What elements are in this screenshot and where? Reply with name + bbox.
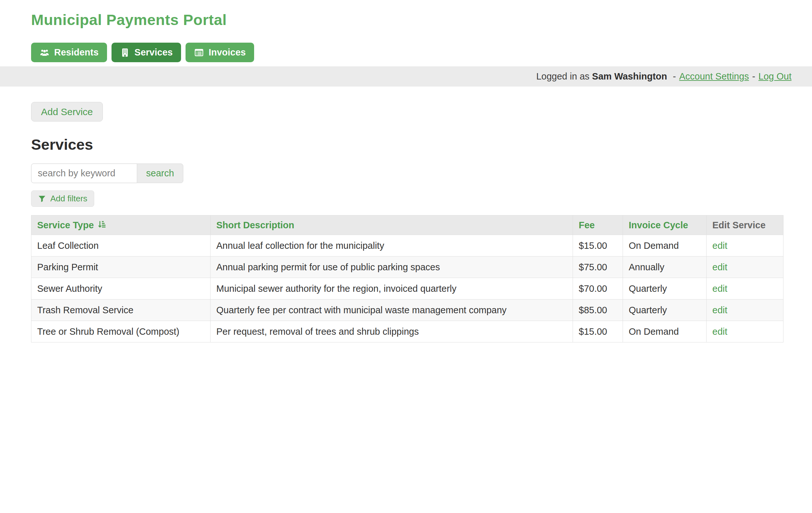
main-content: Add Service Services search Add filters … bbox=[0, 86, 812, 343]
app-title: Municipal Payments Portal bbox=[31, 11, 812, 29]
nav-tab-label: Residents bbox=[54, 47, 99, 58]
separator: - bbox=[673, 71, 676, 81]
invoice-cycle-cell: Annually bbox=[623, 256, 706, 278]
description-cell: Municipal sewer authority for the region… bbox=[210, 278, 573, 299]
column-header-edit-service: Edit Service bbox=[706, 215, 783, 235]
service-type-cell: Tree or Shrub Removal (Compost) bbox=[31, 321, 210, 343]
nav-tab-label: Services bbox=[135, 47, 173, 58]
column-header-service-type[interactable]: Service Type bbox=[37, 219, 107, 231]
session-text: Logged in as Sam Washington -Account Set… bbox=[536, 71, 791, 82]
column-label: Service Type bbox=[37, 220, 94, 231]
fee-cell: $75.00 bbox=[573, 256, 623, 278]
invoice-cycle-cell: On Demand bbox=[623, 321, 706, 343]
edit-service-link[interactable]: edit bbox=[712, 284, 727, 294]
filter-funnel-icon bbox=[38, 195, 46, 203]
users-icon bbox=[39, 48, 50, 58]
nav-tab-residents[interactable]: Residents bbox=[31, 43, 107, 62]
table-row: Parking Permit Annual parking permit for… bbox=[31, 256, 783, 278]
account-settings-link[interactable]: Account Settings bbox=[679, 71, 749, 81]
edit-service-cell: edit bbox=[706, 278, 783, 299]
search-row: search bbox=[31, 163, 812, 183]
invoice-icon bbox=[194, 48, 204, 58]
fee-cell: $15.00 bbox=[573, 235, 623, 256]
edit-service-link[interactable]: edit bbox=[712, 262, 727, 272]
nav-tab-services[interactable]: Services bbox=[112, 43, 181, 62]
services-heading: Services bbox=[31, 136, 812, 153]
session-bar: Logged in as Sam Washington -Account Set… bbox=[0, 66, 812, 86]
invoice-cycle-cell: On Demand bbox=[623, 235, 706, 256]
sort-descending-icon bbox=[97, 219, 107, 231]
edit-service-link[interactable]: edit bbox=[712, 326, 727, 337]
column-label: Short Description bbox=[216, 220, 294, 231]
table-row: Leaf Collection Annual leaf collection f… bbox=[31, 235, 783, 256]
invoice-cycle-cell: Quarterly bbox=[623, 278, 706, 299]
description-cell: Per request, removal of trees and shrub … bbox=[210, 321, 573, 343]
services-table: Service Type bbox=[31, 215, 783, 343]
fee-cell: $70.00 bbox=[573, 278, 623, 299]
edit-service-cell: edit bbox=[706, 235, 783, 256]
session-user: Sam Washington bbox=[592, 71, 667, 81]
masthead: Municipal Payments Portal Residents bbox=[0, 0, 812, 62]
search-input[interactable] bbox=[31, 163, 137, 183]
column-label: Invoice Cycle bbox=[629, 220, 688, 231]
edit-service-link[interactable]: edit bbox=[712, 240, 727, 251]
fee-cell: $85.00 bbox=[573, 299, 623, 321]
log-out-link[interactable]: Log Out bbox=[758, 71, 791, 81]
service-type-cell: Leaf Collection bbox=[31, 235, 210, 256]
add-filters-button[interactable]: Add filters bbox=[31, 190, 94, 207]
column-label: Fee bbox=[579, 220, 595, 231]
session-prefix: Logged in as bbox=[536, 71, 589, 81]
fee-cell: $15.00 bbox=[573, 321, 623, 343]
edit-service-link[interactable]: edit bbox=[712, 305, 727, 315]
add-service-button[interactable]: Add Service bbox=[31, 102, 103, 122]
edit-service-cell: edit bbox=[706, 299, 783, 321]
table-header-row: Service Type bbox=[31, 215, 783, 235]
description-cell: Annual parking permit for use of public … bbox=[210, 256, 573, 278]
column-header-invoice-cycle[interactable]: Invoice Cycle bbox=[629, 220, 688, 231]
service-type-cell: Sewer Authority bbox=[31, 278, 210, 299]
add-filters-label: Add filters bbox=[50, 194, 87, 204]
table-row: Tree or Shrub Removal (Compost) Per requ… bbox=[31, 321, 783, 343]
separator: - bbox=[752, 71, 755, 81]
nav-tab-invoices[interactable]: Invoices bbox=[185, 43, 254, 62]
table-row: Trash Removal Service Quarterly fee per … bbox=[31, 299, 783, 321]
edit-service-cell: edit bbox=[706, 256, 783, 278]
search-button[interactable]: search bbox=[137, 163, 183, 183]
building-icon bbox=[120, 48, 130, 58]
column-header-fee[interactable]: Fee bbox=[579, 220, 595, 231]
services-table-body: Leaf Collection Annual leaf collection f… bbox=[31, 235, 783, 343]
service-type-cell: Parking Permit bbox=[31, 256, 210, 278]
edit-service-cell: edit bbox=[706, 321, 783, 343]
table-row: Sewer Authority Municipal sewer authorit… bbox=[31, 278, 783, 299]
service-type-cell: Trash Removal Service bbox=[31, 299, 210, 321]
main-nav: Residents Services bbox=[31, 43, 812, 62]
description-cell: Quarterly fee per contract with municipa… bbox=[210, 299, 573, 321]
description-cell: Annual leaf collection for the municipal… bbox=[210, 235, 573, 256]
invoice-cycle-cell: Quarterly bbox=[623, 299, 706, 321]
nav-tab-label: Invoices bbox=[209, 47, 246, 58]
column-header-short-description[interactable]: Short Description bbox=[216, 220, 294, 231]
